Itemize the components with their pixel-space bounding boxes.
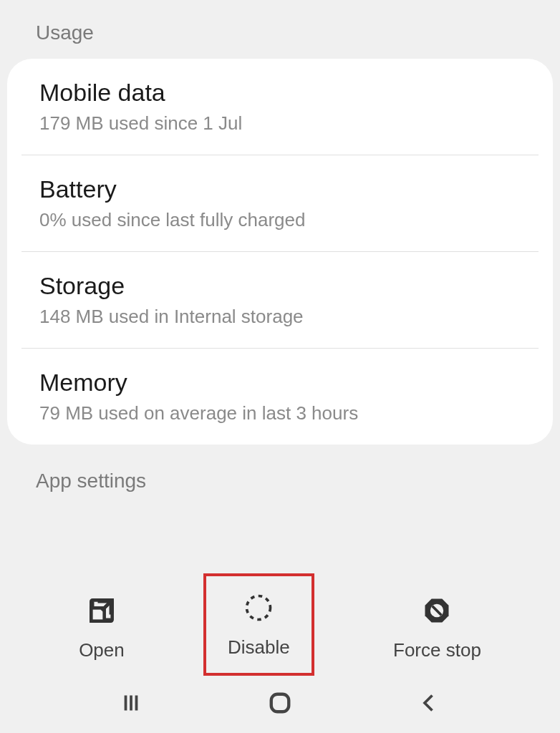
- force-stop-icon: [420, 593, 454, 628]
- back-button[interactable]: [387, 679, 470, 729]
- battery-title: Battery: [39, 175, 521, 203]
- disable-button[interactable]: Disable: [203, 573, 314, 676]
- bottom-actions: Open Disable Force stop: [0, 573, 560, 676]
- storage-item[interactable]: Storage 148 MB used in Internal storage: [7, 252, 553, 348]
- usage-section-header: Usage: [0, 0, 560, 59]
- battery-item[interactable]: Battery 0% used since last fully charged: [7, 155, 553, 251]
- open-button[interactable]: Open: [57, 579, 146, 676]
- app-settings-section-header: App settings: [0, 445, 560, 492]
- force-stop-button[interactable]: Force stop: [372, 579, 503, 676]
- open-icon: [85, 593, 119, 628]
- open-label: Open: [79, 639, 125, 661]
- navigation-bar: [0, 676, 560, 733]
- mobile-data-title: Mobile data: [39, 79, 521, 107]
- storage-subtitle: 148 MB used in Internal storage: [39, 306, 521, 328]
- mobile-data-subtitle: 179 MB used since 1 Jul: [39, 112, 521, 135]
- battery-subtitle: 0% used since last fully charged: [39, 209, 521, 231]
- disable-icon: [241, 591, 276, 625]
- mobile-data-item[interactable]: Mobile data 179 MB used since 1 Jul: [7, 59, 553, 155]
- force-stop-label: Force stop: [393, 639, 481, 661]
- svg-rect-10: [271, 694, 289, 712]
- memory-item[interactable]: Memory 79 MB used on average in last 3 h…: [7, 349, 553, 445]
- usage-card: Mobile data 179 MB used since 1 Jul Batt…: [7, 59, 553, 445]
- recent-apps-button[interactable]: [90, 679, 173, 729]
- storage-title: Storage: [39, 272, 521, 300]
- home-button[interactable]: [236, 677, 324, 732]
- memory-subtitle: 79 MB used on average in last 3 hours: [39, 402, 521, 424]
- memory-title: Memory: [39, 369, 521, 397]
- disable-label: Disable: [228, 636, 290, 659]
- svg-point-2: [247, 596, 271, 620]
